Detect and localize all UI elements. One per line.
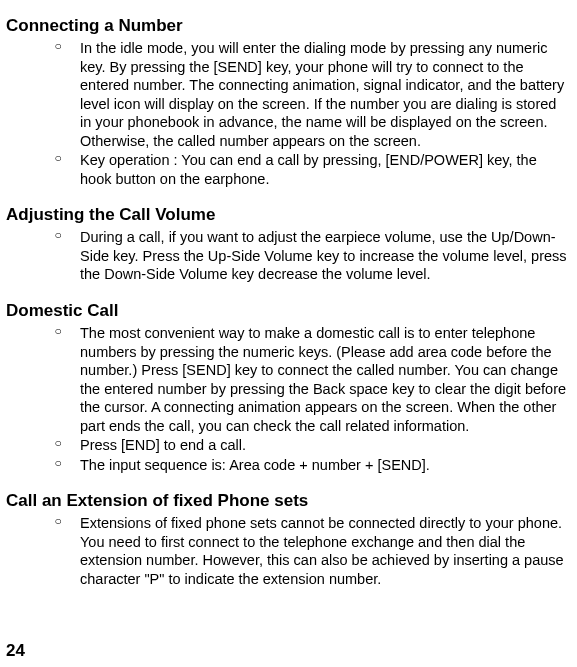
item-list: ○ The most convenient way to make a dome… <box>6 324 571 474</box>
list-item-text: Press [END] to end a call. <box>80 436 571 455</box>
section-heading: Call an Extension of fixed Phone sets <box>6 491 571 511</box>
bullet-icon: ○ <box>50 436 66 451</box>
bullet-icon: ○ <box>50 324 66 339</box>
list-item: ○ Key operation : You can end a call by … <box>6 151 571 188</box>
list-item: ○ Extensions of fixed phone sets cannot … <box>6 514 571 588</box>
bullet-icon: ○ <box>50 514 66 529</box>
list-item-text: The input sequence is: Area code + numbe… <box>80 456 571 475</box>
list-item: ○ The input sequence is: Area code + num… <box>6 456 571 475</box>
bullet-icon: ○ <box>50 151 66 166</box>
list-item: ○ Press [END] to end a call. <box>6 436 571 455</box>
page-number: 24 <box>6 641 25 661</box>
list-item: ○ The most convenient way to make a dome… <box>6 324 571 435</box>
bullet-icon: ○ <box>50 228 66 243</box>
list-item-text: During a call, if you want to adjust the… <box>80 228 571 284</box>
spacer <box>6 189 571 197</box>
section-heading: Adjusting the Call Volume <box>6 205 571 225</box>
section-heading: Connecting a Number <box>6 16 571 36</box>
section-heading: Domestic Call <box>6 301 571 321</box>
bullet-icon: ○ <box>50 456 66 471</box>
item-list: ○ Extensions of fixed phone sets cannot … <box>6 514 571 588</box>
item-list: ○ During a call, if you want to adjust t… <box>6 228 571 284</box>
bullet-icon: ○ <box>50 39 66 54</box>
list-item: ○ In the idle mode, you will enter the d… <box>6 39 571 150</box>
list-item: ○ During a call, if you want to adjust t… <box>6 228 571 284</box>
spacer <box>6 475 571 483</box>
item-list: ○ In the idle mode, you will enter the d… <box>6 39 571 188</box>
list-item-text: Extensions of fixed phone sets cannot be… <box>80 514 571 588</box>
list-item-text: The most convenient way to make a domest… <box>80 324 571 435</box>
spacer <box>6 285 571 293</box>
list-item-text: In the idle mode, you will enter the dia… <box>80 39 571 150</box>
list-item-text: Key operation : You can end a call by pr… <box>80 151 571 188</box>
